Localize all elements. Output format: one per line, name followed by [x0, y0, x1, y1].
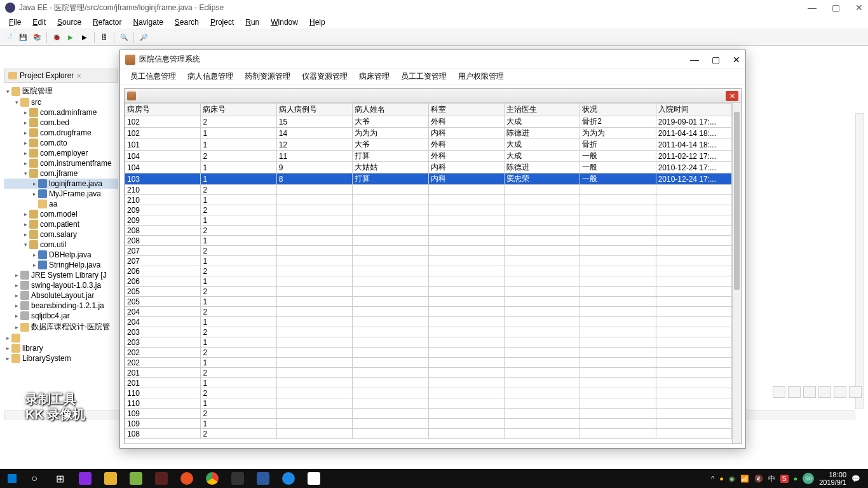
toolbar-btn[interactable] [773, 386, 785, 398]
taskbar-app[interactable] [250, 470, 276, 487]
start-button[interactable] [3, 470, 22, 487]
tree-node[interactable]: ▸com.instrumentframe [4, 158, 118, 168]
tree-node[interactable]: ▸com.drugframe [4, 128, 118, 138]
tray-ime-icon[interactable]: ● [794, 475, 798, 482]
project-explorer-tab[interactable]: Project Explorer ✕ [4, 69, 118, 83]
column-header[interactable]: 科室 [428, 104, 504, 116]
expand-arrow-icon[interactable]: ▾ [22, 241, 29, 248]
expand-arrow-icon[interactable]: ▾ [4, 88, 11, 95]
menu-search[interactable]: Search [170, 17, 204, 28]
table-row[interactable]: 2031 [125, 337, 732, 348]
maximize-button[interactable]: ▢ [832, 3, 840, 13]
table-row[interactable]: 2021 [125, 358, 732, 368]
table-row[interactable]: 104211打算外科大成一般2011-02-12 17:... [125, 151, 732, 162]
column-header[interactable]: 病床号 [201, 104, 276, 116]
table-row[interactable]: 2052 [125, 287, 732, 297]
toolbar-btn[interactable] [818, 386, 831, 398]
table-row[interactable]: 2061 [125, 276, 732, 287]
tray-security-icon[interactable]: ◉ [729, 475, 735, 483]
taskbar-app[interactable] [174, 470, 200, 487]
notification-center-icon[interactable]: 💬 [851, 475, 860, 483]
table-row[interactable]: 2022 [125, 348, 732, 358]
tree-node[interactable]: ▸com.employer [4, 148, 118, 158]
tray-icon[interactable]: ● [719, 475, 724, 482]
menu-help[interactable]: Help [304, 17, 330, 28]
table-row[interactable]: 101112大爷外科大成骨折2011-04-14 18:... [125, 139, 732, 151]
table-row[interactable]: 2012 [125, 368, 732, 378]
close-icon[interactable]: ✕ [76, 72, 81, 79]
table-row[interactable]: 1091 [125, 419, 732, 429]
table-row[interactable]: 2072 [125, 246, 732, 256]
expand-arrow-icon[interactable]: ▸ [22, 140, 29, 146]
expand-arrow-icon[interactable]: ▸ [22, 119, 29, 126]
table-row[interactable]: 10318打算内科窦忠荣一般2010-12-24 17:... [125, 173, 732, 185]
toolbar-btn[interactable] [803, 386, 816, 398]
column-header[interactable]: 病房号 [125, 104, 201, 116]
expand-arrow-icon[interactable]: ▸ [22, 160, 29, 166]
expand-arrow-icon[interactable]: ▸ [31, 252, 38, 258]
toolbar-btn[interactable] [849, 386, 862, 398]
tree-node[interactable]: ▸com.dto [4, 138, 118, 148]
table-row[interactable]: 2032 [125, 327, 732, 337]
taskbar-app[interactable] [149, 470, 174, 487]
menu-run[interactable]: Run [240, 17, 264, 28]
new-server-button[interactable]: 🗄 [98, 31, 111, 44]
column-header[interactable]: 病人病例号 [276, 104, 352, 116]
dialog-close-button[interactable]: ✕ [733, 55, 740, 65]
tree-node[interactable]: ▾医院管理 [4, 85, 118, 97]
new-button[interactable]: 📄 [3, 31, 15, 44]
internal-close-button[interactable]: ✕ [726, 91, 738, 101]
taskbar-app[interactable] [225, 470, 250, 487]
taskbar-clock[interactable]: 18:00 2019/9/1 [819, 471, 846, 486]
column-header[interactable]: 主治医生 [504, 104, 580, 116]
tree-node[interactable]: ▸loginjframe.java [4, 179, 118, 189]
run-last-button[interactable]: ▶ [78, 31, 91, 44]
tree-node[interactable]: ▸AbsoluteLayout.jar [4, 290, 118, 301]
tree-node[interactable]: ▾src [4, 97, 118, 107]
table-row[interactable]: 2101 [125, 195, 732, 205]
table-row[interactable]: 2062 [125, 266, 732, 276]
tree-node[interactable]: ▸library [4, 343, 118, 353]
dialog-menu-item[interactable]: 员工工资管理 [396, 70, 452, 83]
tree-node[interactable]: ▸com.bed [4, 118, 118, 128]
taskbar-java[interactable] [301, 470, 327, 487]
taskbar-chrome[interactable] [200, 470, 225, 487]
menu-edit[interactable]: Edit [27, 17, 51, 28]
tree-node[interactable]: ▸com.salary [4, 229, 118, 240]
tree-node[interactable]: ▸com.adminframe [4, 107, 118, 118]
expand-arrow-icon[interactable]: ▸ [4, 345, 11, 351]
table-row[interactable]: 2041 [125, 317, 732, 327]
tree-node[interactable]: aa [4, 199, 118, 209]
tree-node[interactable]: ▸JRE System Library [J [4, 270, 118, 280]
taskbar-wps[interactable] [276, 470, 301, 487]
expand-arrow-icon[interactable]: ▸ [22, 211, 29, 217]
table-row[interactable]: 102114为为为内科陈德进为为为2011-04-14 18:... [125, 128, 732, 139]
table-row[interactable]: 2042 [125, 307, 732, 317]
expand-arrow-icon[interactable]: ▸ [22, 109, 29, 116]
taskbar-app[interactable] [72, 470, 98, 487]
cortana-button[interactable]: ○ [22, 470, 47, 487]
dialog-menu-item[interactable]: 用户权限管理 [453, 70, 509, 83]
run-button[interactable]: ▶ [64, 31, 77, 44]
dialog-menu-item[interactable]: 仪器资源管理 [297, 70, 353, 83]
table-row[interactable]: 2011 [125, 378, 732, 388]
expand-arrow-icon[interactable]: ▸ [22, 231, 29, 238]
toolbar-btn[interactable] [788, 386, 801, 398]
menu-window[interactable]: Window [266, 17, 303, 28]
table-row[interactable]: 1092 [125, 409, 732, 419]
dialog-maximize-button[interactable]: ▢ [712, 55, 720, 65]
tree-node[interactable]: ▸ [4, 333, 118, 343]
expand-arrow-icon[interactable]: ▸ [22, 221, 29, 227]
table-row[interactable]: 2081 [125, 236, 732, 246]
tree-node[interactable]: ▸StringHelp.java [4, 260, 118, 270]
tree-node[interactable]: ▸数据库课程设计-医院管 [4, 321, 118, 333]
table-row[interactable]: 1102 [125, 388, 732, 398]
menu-file[interactable]: File [4, 17, 26, 28]
minimize-button[interactable]: — [808, 3, 817, 13]
tree-node[interactable]: ▾com.jframe [4, 168, 118, 179]
table-row[interactable]: 2082 [125, 226, 732, 236]
expand-arrow-icon[interactable]: ▸ [22, 150, 29, 156]
tree-node[interactable]: ▸com.model [4, 209, 118, 219]
tree-node[interactable]: ▸beansbinding-1.2.1.ja [4, 301, 118, 311]
column-header[interactable]: 入院时间 [656, 104, 731, 116]
